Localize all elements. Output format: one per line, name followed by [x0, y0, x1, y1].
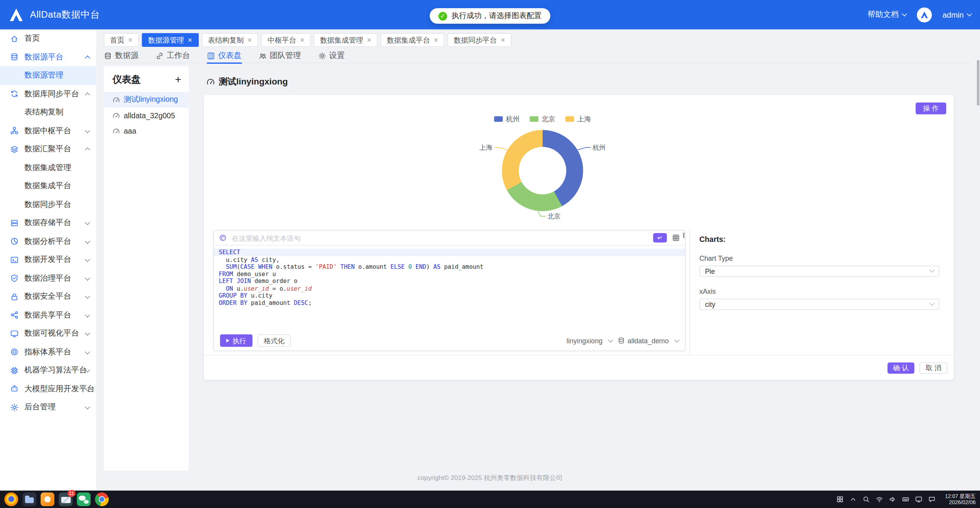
wechat-icon[interactable] [77, 493, 91, 506]
vertical-divider [689, 230, 690, 355]
appstore-icon[interactable] [41, 493, 55, 506]
mail-icon[interactable]: 11 [59, 493, 73, 506]
files-icon[interactable] [23, 493, 36, 506]
tab-close-icon[interactable]: × [300, 36, 304, 44]
sidebar-item[interactable]: 数据开发平台 [0, 251, 96, 269]
subnav-工作台[interactable]: 工作台 [155, 49, 190, 63]
search-icon[interactable] [862, 496, 870, 503]
sidebar-item[interactable]: 数据分析平台 [0, 232, 96, 251]
sidebar-item[interactable]: 数据集成平台 [0, 177, 96, 195]
sidebar-item-label: 数据库同步平台 [24, 89, 79, 99]
sidebar-item[interactable]: 大模型应用开发平台 [0, 380, 96, 398]
sidebar-item[interactable]: 数据可视化平台 [0, 324, 96, 343]
xaxis-select[interactable]: city [699, 299, 939, 310]
sidebar-item[interactable]: 数据存储平台 [0, 214, 96, 232]
sidebar-item-label: 后台管理 [24, 402, 55, 413]
tab-数据同步平台[interactable]: 数据同步平台× [447, 33, 511, 47]
label-line-hangzhou [578, 147, 591, 150]
chevron-up-icon[interactable] [849, 496, 857, 503]
sidebar-item[interactable]: 数据中枢平台 [0, 122, 96, 140]
donut-chart[interactable] [502, 130, 583, 212]
sidebar-item[interactable]: 首页 [0, 29, 96, 48]
sidebar-item[interactable]: 数据集成管理 [0, 159, 96, 177]
slice-label: 北京 [548, 213, 561, 220]
tab-数据源管理[interactable]: 数据源管理× [142, 33, 198, 47]
connection-select[interactable]: linyingxiong [566, 337, 612, 344]
action-button[interactable]: 操 作 [915, 103, 946, 114]
format-button[interactable]: 格式化 [258, 334, 291, 347]
launcher-icon[interactable] [836, 496, 844, 503]
toast-text: 执行成功，请选择图表配置 [452, 11, 541, 22]
sidebar-item[interactable]: 数据库同步平台 [0, 85, 96, 103]
subnav-团队管理[interactable]: 团队管理 [258, 49, 301, 63]
sidebar-item-label: 数据治理平台 [24, 273, 71, 284]
chevron-down-icon [902, 11, 907, 17]
chevron-down-icon [608, 337, 613, 343]
keyboard-icon[interactable] [902, 496, 909, 503]
sidebar-item-label: 数据中枢平台 [24, 126, 71, 136]
cancel-button[interactable]: 取 消 [919, 362, 947, 373]
page-title: 测试linyingxiong [206, 76, 288, 88]
chevron-down-icon [85, 312, 90, 318]
sidebar-item-label: 数据开发平台 [24, 255, 71, 265]
chrome-icon[interactable] [95, 493, 109, 506]
sidebar-item[interactable]: 机器学习算法平台 [0, 361, 96, 380]
sidebar-item[interactable]: 表结构复制 [0, 103, 96, 122]
taskbar-clock[interactable]: 12:07 星期五 2026/02/06 [945, 493, 976, 506]
database-select[interactable]: alldata_demo [617, 337, 679, 344]
chevron-down-icon [85, 238, 90, 244]
nl-query-input[interactable] [232, 234, 648, 242]
tab-close-icon[interactable]: × [248, 36, 252, 44]
dashboard-list-item[interactable]: aaa [104, 123, 189, 139]
tab-close-icon[interactable]: × [434, 36, 438, 44]
user-menu[interactable]: admin [942, 10, 971, 19]
monitor-icon[interactable] [915, 496, 923, 503]
tab-close-icon[interactable]: × [367, 36, 371, 44]
sidebar-item[interactable]: 数据安全平台 [0, 288, 96, 306]
subnav-设置[interactable]: 设置 [318, 49, 345, 63]
run-button[interactable]: 执行 [220, 334, 253, 347]
sidebar-item[interactable]: 指标体系平台 [0, 343, 96, 361]
sidebar-item[interactable]: 数据治理平台 [0, 269, 96, 288]
tab-数据集成管理[interactable]: 数据集成管理× [314, 33, 377, 47]
table-view-icon[interactable] [672, 234, 680, 242]
tab-首页[interactable]: 首页× [104, 33, 139, 47]
sql-editor: ↵ SELECT u.city AS city, SUM(CASE WHEN o… [213, 230, 685, 351]
subnav: 数据源工作台仪表盘团队管理设置 [104, 50, 970, 63]
subnav-数据源[interactable]: 数据源 [104, 49, 138, 63]
tab-中枢平台[interactable]: 中枢平台× [261, 33, 311, 47]
wifi-icon[interactable] [876, 496, 883, 503]
sidebar-item[interactable]: 后台管理 [0, 398, 96, 417]
chevron-down-icon [674, 337, 680, 343]
tab-close-icon[interactable]: × [501, 36, 505, 44]
tab-close-icon[interactable]: × [188, 36, 192, 44]
page-scrollbar[interactable] [977, 60, 979, 106]
taskbar-apps: 11 [4, 493, 109, 506]
dashboard-list-item[interactable]: alldata_32g005 [104, 108, 189, 123]
chat-icon[interactable] [928, 496, 936, 503]
sidebar-item[interactable]: 数据源管理 [0, 66, 96, 85]
chart-type-select[interactable]: Pie [699, 266, 939, 277]
team-icon [258, 52, 267, 60]
tab-close-icon[interactable]: × [128, 36, 132, 44]
add-dashboard-button[interactable]: + [175, 74, 181, 85]
submit-prompt-button[interactable]: ↵ [653, 233, 667, 242]
sidebar-item[interactable]: 数据同步平台 [0, 195, 96, 214]
speaker-icon[interactable] [889, 496, 896, 503]
dashboard-list-item[interactable]: 测试linyingxiong [104, 92, 189, 108]
sidebar-item[interactable]: 数据汇聚平台 [0, 140, 96, 159]
label-line-shanghai [494, 147, 507, 150]
dashboard-list: 测试linyingxiongalldata_32g005aaa [104, 92, 189, 139]
success-toast: ✓ 执行成功，请选择图表配置 [430, 8, 550, 24]
sidebar-item[interactable]: 数据源平台 [0, 48, 96, 66]
sql-code-area[interactable]: SELECT u.city AS city, SUM(CASE WHEN o.s… [214, 246, 685, 331]
editor-scrollbar[interactable] [683, 232, 684, 238]
subnav-仪表盘[interactable]: 仪表盘 [207, 49, 242, 63]
avatar[interactable] [917, 7, 932, 22]
tab-数据集成平台[interactable]: 数据集成平台× [381, 33, 444, 47]
tab-表结构复制[interactable]: 表结构复制× [202, 33, 258, 47]
help-docs-menu[interactable]: 帮助文档 [867, 9, 906, 20]
sidebar-item[interactable]: 数据共享平台 [0, 306, 96, 324]
firefox-icon[interactable] [4, 493, 18, 506]
confirm-button[interactable]: 确 认 [887, 362, 914, 373]
